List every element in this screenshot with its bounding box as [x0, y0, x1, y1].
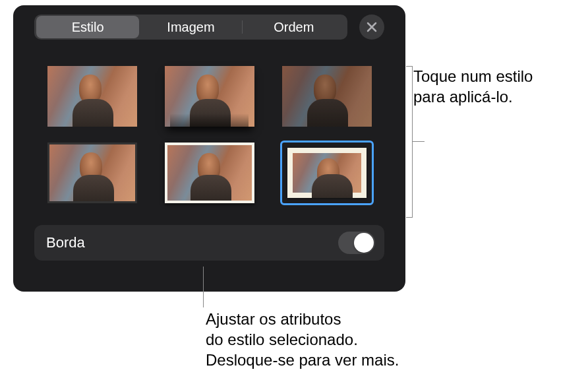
style-thumbnail[interactable]	[282, 66, 372, 127]
segmented-control: Estilo Imagem Ordem	[34, 15, 347, 40]
callout-stem	[203, 267, 204, 307]
callout-right: Toque num estilo para aplicá-lo.	[413, 66, 533, 107]
style-grid	[47, 66, 372, 205]
top-bar: Estilo Imagem Ordem	[34, 15, 384, 40]
style-thumbnail[interactable]	[165, 143, 254, 203]
style-thumbnail[interactable]	[47, 66, 137, 127]
border-option-row: Borda	[34, 225, 384, 261]
style-thumbnail-selected[interactable]	[280, 141, 374, 205]
border-toggle[interactable]	[338, 232, 375, 254]
callout-text: Desloque-se para ver mais.	[206, 350, 399, 370]
style-thumbnail[interactable]	[165, 66, 254, 127]
close-icon	[367, 22, 377, 32]
callout-text: Ajustar os atributos	[206, 309, 399, 329]
close-button[interactable]	[359, 15, 384, 40]
callout-text: para aplicá-lo.	[413, 86, 533, 107]
tab-image[interactable]: Imagem	[139, 16, 242, 38]
callout-bottom: Ajustar os atributos do estilo seleciona…	[206, 309, 399, 371]
style-thumbnail[interactable]	[47, 143, 137, 203]
callout-bracket	[406, 66, 413, 218]
callout-stem	[413, 141, 425, 142]
format-panel: Estilo Imagem Ordem Borda	[13, 5, 405, 292]
border-label: Borda	[46, 234, 85, 251]
tab-order[interactable]: Ordem	[243, 16, 345, 38]
callout-text: do estilo selecionado.	[206, 329, 399, 350]
callout-text: Toque num estilo	[413, 66, 533, 86]
tab-style[interactable]: Estilo	[36, 16, 139, 38]
